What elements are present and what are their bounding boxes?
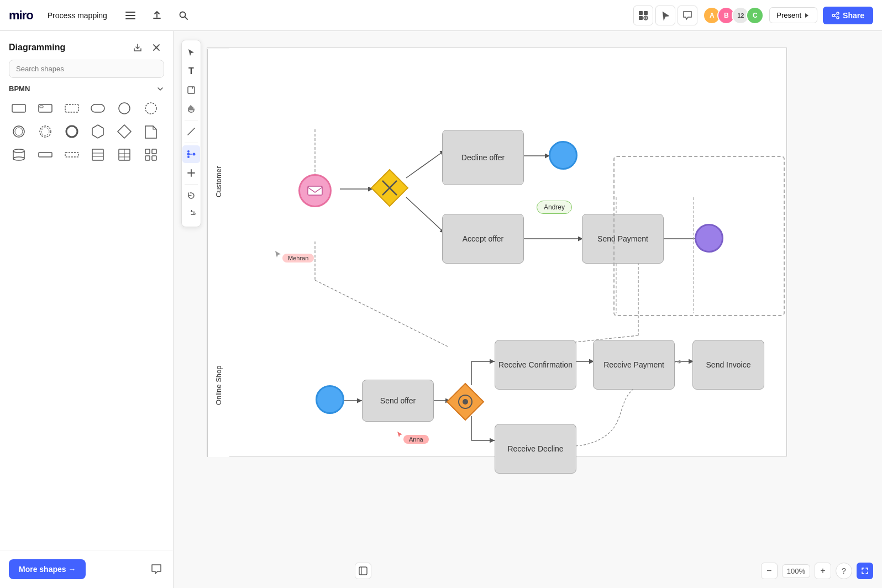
svg-rect-37 — [65, 153, 78, 157]
canvas[interactable]: Customer Online Shop — [174, 31, 882, 588]
board-title[interactable]: Process mapping — [42, 9, 113, 22]
redo-tool[interactable] — [182, 206, 200, 223]
gateway-event[interactable] — [446, 382, 485, 421]
sticky-tool[interactable] — [182, 81, 200, 99]
svg-rect-0 — [125, 12, 135, 13]
shape-double-circle-dashed[interactable] — [35, 122, 55, 141]
svg-point-23 — [119, 103, 130, 114]
shape-dashed-flat[interactable] — [62, 145, 82, 165]
svg-point-32 — [13, 149, 24, 153]
receive-payment-task[interactable]: Receive Payment — [593, 340, 675, 390]
connect-tool[interactable] — [182, 145, 200, 163]
end-event-decline[interactable] — [549, 141, 578, 170]
select-tool[interactable] — [182, 44, 200, 61]
svg-line-65 — [315, 280, 448, 347]
help-button[interactable]: ? — [836, 563, 852, 579]
shape-rounded-rect[interactable] — [88, 98, 108, 118]
cursor-tool[interactable] — [655, 6, 675, 25]
svg-point-12 — [837, 12, 839, 14]
svg-point-53 — [187, 150, 190, 153]
shape-table[interactable] — [114, 145, 134, 165]
svg-rect-5 — [639, 11, 643, 15]
decline-offer-task[interactable]: Decline offer — [442, 130, 524, 185]
shape-diamond[interactable] — [114, 122, 134, 141]
panel-toggle-button[interactable] — [355, 563, 371, 579]
shape-flat-rect[interactable] — [35, 145, 55, 165]
bottom-toolbar: − 100% + ? — [761, 563, 873, 579]
comment-tool[interactable] — [678, 6, 697, 25]
accept-offer-task[interactable]: Accept offer — [442, 214, 524, 264]
svg-point-35 — [13, 157, 24, 160]
sidebar-close-button[interactable] — [149, 40, 164, 55]
svg-rect-6 — [644, 11, 648, 15]
shape-cylinder[interactable] — [9, 145, 29, 165]
gateway-xor[interactable] — [370, 169, 409, 207]
sidebar-export-button[interactable] — [130, 40, 145, 55]
add-tool[interactable] — [182, 164, 200, 182]
anna-cursor — [396, 431, 404, 441]
swimlane-online-shop: Online Shop — [207, 313, 229, 457]
svg-rect-79 — [308, 186, 322, 195]
svg-rect-2 — [125, 18, 135, 19]
shape-grid[interactable] — [141, 145, 161, 165]
shape-dashed-rect[interactable] — [62, 98, 82, 118]
shape-circle-dashed[interactable] — [141, 98, 161, 118]
send-invoice-task[interactable]: Send Invoice — [692, 340, 764, 390]
svg-rect-21 — [65, 104, 78, 112]
shape-task[interactable] — [35, 98, 55, 118]
svg-line-59 — [406, 150, 445, 178]
svg-line-15 — [834, 16, 837, 17]
shapes-grid — [9, 98, 164, 171]
add-shape-tool[interactable] — [633, 6, 653, 25]
search-shapes-input[interactable] — [9, 60, 164, 78]
line-tool[interactable] — [182, 123, 200, 140]
hand-tool[interactable] — [182, 100, 200, 118]
receive-confirmation-task[interactable]: Receive Confirmation — [495, 340, 576, 390]
bpmn-section: BPMN — [0, 85, 173, 171]
shape-double-circle[interactable] — [9, 122, 29, 141]
svg-rect-1 — [125, 15, 135, 16]
send-offer-task[interactable]: Send offer — [362, 380, 434, 422]
zoom-in-button[interactable]: + — [815, 563, 831, 579]
shape-bold-circle[interactable] — [62, 122, 82, 141]
svg-point-29 — [66, 126, 77, 137]
shape-document[interactable] — [141, 122, 161, 141]
text-tool[interactable]: T — [182, 62, 200, 80]
menu-button[interactable] — [122, 7, 139, 24]
receive-decline-task[interactable]: Receive Decline — [495, 424, 576, 474]
more-shapes-button[interactable]: More shapes → — [9, 559, 86, 579]
message-start-event[interactable] — [298, 174, 332, 207]
avatar-group: A B 12 C — [703, 7, 764, 24]
shape-circle[interactable] — [114, 98, 134, 118]
shape-hexagon[interactable] — [88, 122, 108, 141]
svg-point-13 — [837, 17, 839, 19]
app-logo: miro — [9, 8, 33, 23]
start-event-online[interactable] — [316, 385, 344, 414]
swimlane-customer: Customer — [207, 49, 229, 314]
svg-marker-30 — [92, 125, 103, 138]
search-button[interactable] — [175, 7, 192, 24]
share-button[interactable]: Share — [823, 7, 873, 24]
zoom-out-button[interactable]: − — [761, 563, 778, 579]
svg-point-51 — [187, 153, 190, 156]
svg-rect-47 — [145, 156, 150, 160]
undo-tool[interactable] — [182, 187, 200, 204]
shape-list[interactable] — [88, 145, 108, 165]
share-export-button[interactable] — [148, 7, 166, 24]
sidebar: Diagramming BPMN — [0, 31, 174, 588]
svg-point-85 — [463, 399, 468, 405]
chat-button[interactable] — [149, 561, 164, 577]
fullscreen-button[interactable] — [857, 563, 873, 579]
zoom-level: 100% — [782, 564, 810, 578]
svg-point-26 — [15, 128, 23, 135]
svg-rect-48 — [152, 156, 156, 160]
present-button[interactable]: Present — [769, 7, 817, 23]
svg-rect-18 — [12, 104, 25, 112]
canvas-toolbar: T — [181, 40, 201, 227]
shape-rectangle[interactable] — [9, 98, 29, 118]
bpmn-section-header[interactable]: BPMN — [9, 85, 164, 93]
svg-point-54 — [187, 156, 190, 158]
collaboration-boundary — [613, 156, 785, 316]
mehran-label: Mehran — [282, 254, 314, 262]
svg-line-14 — [834, 14, 837, 15]
